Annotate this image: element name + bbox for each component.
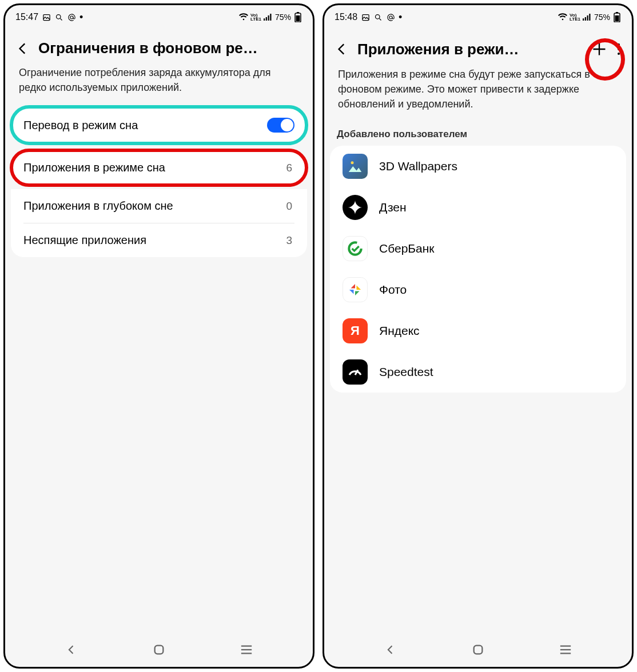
- svg-rect-20: [590, 14, 591, 21]
- search-icon: [373, 13, 383, 22]
- battery-icon: [612, 13, 622, 22]
- volte-icon: Vo)LTE1: [570, 13, 580, 21]
- screen-background-limits: 15:47 • Vo)LTE1 75% Ограничения в фоново…: [3, 3, 314, 669]
- battery-icon: [293, 13, 302, 22]
- svg-rect-5: [268, 15, 269, 21]
- row-count: 3: [286, 234, 292, 247]
- app-icon-dzen: [343, 195, 368, 220]
- status-left: 15:48 •: [335, 12, 402, 22]
- svg-rect-10: [155, 646, 164, 654]
- nav-home-icon[interactable]: [148, 638, 170, 661]
- wifi-icon: [239, 13, 248, 22]
- svg-point-16: [389, 16, 392, 19]
- app-name: Фото: [379, 283, 407, 297]
- row-count: 0: [286, 200, 292, 213]
- nav-home-icon[interactable]: [467, 638, 489, 661]
- signal-icon: [583, 13, 592, 22]
- app-row[interactable]: Я Яндекс: [330, 310, 626, 351]
- image-icon: [361, 13, 370, 22]
- toggle-switch[interactable]: [267, 118, 294, 133]
- navigation-bar: [324, 635, 632, 667]
- svg-rect-23: [615, 15, 619, 22]
- volte-icon: Vo)LTE1: [250, 13, 261, 21]
- page-description: Ограничение потребления заряда аккумулят…: [5, 63, 313, 105]
- status-bar: 15:48 • Vo)LTE1 75%: [324, 5, 632, 26]
- svg-rect-6: [270, 14, 272, 21]
- signal-icon: [264, 13, 273, 22]
- battery-percent: 75%: [594, 13, 610, 22]
- app-icon-yandex: Я: [343, 318, 368, 343]
- row-label: Приложения в режиме сна: [23, 161, 286, 174]
- never-sleep-apps-row[interactable]: Неспящие приложения 3: [11, 223, 307, 257]
- svg-rect-19: [587, 15, 588, 21]
- row-label: Неспящие приложения: [23, 234, 286, 247]
- image-icon: [42, 13, 51, 22]
- status-time: 15:48: [335, 12, 357, 22]
- svg-rect-32: [474, 646, 483, 654]
- svg-rect-17: [583, 18, 584, 21]
- app-row[interactable]: Дзен: [330, 187, 626, 228]
- more-icon[interactable]: [617, 42, 622, 56]
- add-button[interactable]: [590, 39, 609, 59]
- svg-point-2: [70, 16, 73, 19]
- row-count: 6: [286, 162, 292, 174]
- svg-rect-3: [264, 18, 265, 21]
- status-left: 15:47 •: [15, 12, 83, 22]
- app-name: Дзен: [379, 201, 407, 214]
- app-name: Speedtest: [379, 365, 433, 379]
- page-description: Приложения в режиме сна будут реже запус…: [324, 65, 632, 122]
- app-row[interactable]: СберБанк: [330, 228, 626, 269]
- svg-point-26: [618, 43, 620, 46]
- page-title: Ограничения в фоновом ре…: [38, 39, 302, 57]
- app-icon-sber: [343, 236, 368, 261]
- app-icon-speedtest: [343, 359, 368, 385]
- dot-icon: •: [399, 12, 402, 22]
- app-icon-wallpapers: [343, 154, 368, 179]
- app-icon-photos: [343, 277, 368, 302]
- screen-sleeping-apps: 15:48 • Vo)LTE1 75% Приложения в режи… П…: [323, 3, 634, 669]
- search-icon: [54, 13, 63, 22]
- svg-point-15: [375, 14, 380, 19]
- sleep-toggle-label: Перевод в режим сна: [23, 119, 267, 132]
- deep-sleep-apps-row[interactable]: Приложения в глубоком сне 0: [11, 189, 307, 223]
- at-icon: [67, 13, 76, 22]
- svg-rect-4: [266, 17, 267, 21]
- svg-rect-18: [585, 17, 586, 21]
- app-row[interactable]: Фото: [330, 269, 626, 310]
- back-icon[interactable]: [15, 41, 30, 56]
- nav-recents-icon[interactable]: [235, 638, 258, 661]
- app-name: Яндекс: [379, 324, 420, 338]
- svg-point-29: [351, 162, 354, 165]
- nav-recents-icon[interactable]: [554, 638, 577, 661]
- svg-point-30: [349, 243, 361, 255]
- page-title: Приложения в режи…: [357, 41, 582, 58]
- status-bar: 15:47 • Vo)LTE1 75%: [5, 5, 313, 26]
- back-icon[interactable]: [335, 42, 349, 57]
- app-name: СберБанк: [379, 242, 435, 255]
- app-bar: Ограничения в фоновом ре…: [5, 26, 313, 63]
- nav-back-icon[interactable]: [60, 638, 83, 661]
- app-name: 3D Wallpapers: [379, 159, 457, 173]
- status-right: Vo)LTE1 75%: [239, 13, 302, 22]
- app-row[interactable]: Speedtest: [330, 351, 626, 393]
- navigation-bar: [5, 635, 313, 667]
- svg-point-28: [618, 53, 620, 55]
- at-icon: [386, 13, 395, 22]
- dot-icon: •: [79, 12, 83, 22]
- app-bar: Приложения в режи…: [324, 26, 632, 65]
- app-row[interactable]: 3D Wallpapers: [330, 146, 626, 187]
- status-time: 15:47: [15, 12, 38, 22]
- apps-list: 3D Wallpapers Дзен СберБанк Фото Я Яндек…: [330, 146, 626, 393]
- wifi-icon: [558, 13, 567, 22]
- svg-point-27: [618, 48, 620, 50]
- section-header: Добавлено пользователем: [324, 122, 632, 143]
- sleeping-apps-row[interactable]: Приложения в режиме сна 6: [10, 149, 308, 187]
- sleep-mode-toggle-row[interactable]: Перевод в режим сна: [10, 105, 308, 145]
- status-right: Vo)LTE1 75%: [558, 13, 622, 22]
- svg-point-1: [56, 14, 61, 19]
- battery-percent: 75%: [275, 13, 291, 22]
- nav-back-icon[interactable]: [379, 638, 402, 661]
- svg-rect-9: [296, 15, 300, 22]
- row-label: Приложения в глубоком сне: [23, 199, 286, 213]
